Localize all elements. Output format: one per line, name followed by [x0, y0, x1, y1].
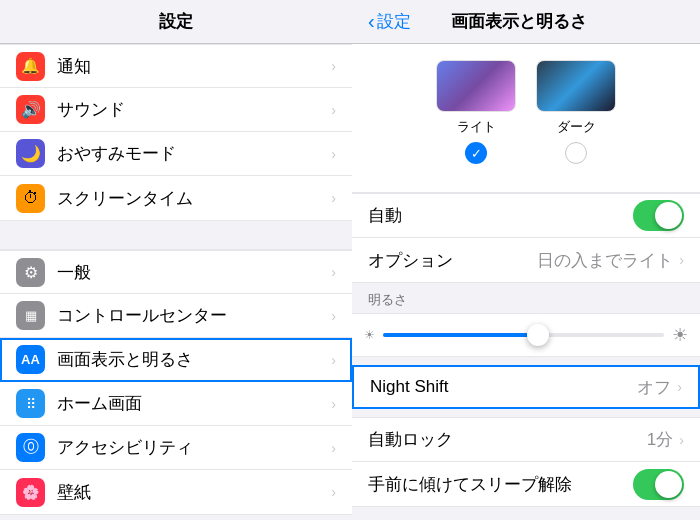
appearance-options: ライト ✓ ダーク [368, 60, 684, 164]
chevron-icon: › [331, 102, 336, 118]
sidebar-item-home[interactable]: ⠿ ホーム画面 › [0, 382, 352, 426]
chevron-icon: › [331, 352, 336, 368]
control-icon: ▦ [16, 301, 45, 330]
options-row[interactable]: オプション 日の入までライト › [352, 238, 700, 282]
brightness-high-icon: ☀ [672, 324, 688, 346]
sidebar-item-display[interactable]: AA 画面表示と明るさ › [0, 338, 352, 382]
notify-label: 通知 [57, 55, 331, 78]
left-header-title: 設定 [159, 10, 193, 33]
auto-label: 自動 [368, 204, 633, 227]
brightness-thumb [527, 324, 549, 346]
control-label: コントロールセンター [57, 304, 331, 327]
auto-lock-label: 自動ロック [368, 428, 647, 451]
brightness-fill [383, 333, 538, 337]
night-shift-row[interactable]: Night Shift オフ › [352, 365, 700, 409]
sidebar-item-screentime[interactable]: ⏱ スクリーンタイム › [0, 176, 352, 220]
toggle-thumb [655, 202, 682, 229]
sidebar-item-access[interactable]: ⓪ アクセシビリティ › [0, 426, 352, 470]
dnd-label: おやすみモード [57, 142, 331, 165]
sidebar-item-notify[interactable]: 🔔 通知 › [0, 44, 352, 88]
options-label: オプション [368, 249, 537, 272]
night-shift-label: Night Shift [370, 377, 637, 397]
right-panel: ‹ 設定 画面表示と明るさ ライト ✓ ダーク [352, 0, 700, 520]
home-label: ホーム画面 [57, 392, 331, 415]
sidebar-item-wallpaper[interactable]: 🌸 壁紙 › [0, 470, 352, 514]
left-list: 🔔 通知 › 🔊 サウンド › 🌙 おやすみモード › ⏱ スクリーンタイム › [0, 44, 352, 520]
appearance-dark[interactable]: ダーク [536, 60, 616, 164]
back-chevron-icon: ‹ [368, 10, 375, 33]
sound-icon: 🔊 [16, 95, 45, 124]
appearance-light[interactable]: ライト ✓ [436, 60, 516, 164]
wallpaper-label: 壁紙 [57, 481, 331, 504]
options-chevron-icon: › [679, 252, 684, 268]
right-header: ‹ 設定 画面表示と明るさ [352, 0, 700, 44]
chevron-icon: › [331, 146, 336, 162]
chevron-icon: › [331, 396, 336, 412]
raise-row[interactable]: 手前に傾けてスリープ解除 [352, 462, 700, 506]
light-check: ✓ [465, 142, 487, 164]
auto-lock-value: 1分 [647, 428, 673, 451]
screentime-label: スクリーンタイム [57, 187, 331, 210]
display-label: 画面表示と明るさ [57, 348, 331, 371]
general-icon: ⚙ [16, 258, 45, 287]
night-shift-value: オフ [637, 376, 671, 399]
right-header-title: 画面表示と明るさ [451, 10, 587, 33]
options-value: 日の入までライト [537, 249, 673, 272]
auto-row[interactable]: 自動 [352, 194, 700, 238]
dark-label: ダーク [557, 118, 596, 136]
light-thumbnail [436, 60, 516, 112]
night-shift-chevron-icon: › [677, 379, 682, 395]
section-divider [0, 221, 352, 249]
display-icon: AA [16, 345, 45, 374]
dnd-icon: 🌙 [16, 139, 45, 168]
sidebar-item-sound[interactable]: 🔊 サウンド › [0, 88, 352, 132]
appearance-section: ライト ✓ ダーク [352, 44, 700, 193]
sound-label: サウンド [57, 98, 331, 121]
chevron-icon: › [331, 58, 336, 74]
access-label: アクセシビリティ [57, 436, 331, 459]
sidebar-item-dnd[interactable]: 🌙 おやすみモード › [0, 132, 352, 176]
brightness-label: 明るさ [352, 283, 700, 313]
notify-icon: 🔔 [16, 52, 45, 81]
sidebar-item-general[interactable]: ⚙ 一般 › [0, 250, 352, 294]
back-label: 設定 [377, 10, 411, 33]
left-panel: 設定 🔔 通知 › 🔊 サウンド › 🌙 おやすみモード › ⏱ スクリーンタイ… [0, 0, 352, 520]
access-icon: ⓪ [16, 433, 45, 462]
auto-group: 自動 オプション 日の入までライト › [352, 193, 700, 283]
bottom-group: 自動ロック 1分 › 手前に傾けてスリープ解除 [352, 417, 700, 507]
brightness-slider[interactable] [383, 333, 664, 337]
light-label: ライト [457, 118, 496, 136]
chevron-icon: › [331, 440, 336, 456]
brightness-row[interactable]: ☀ ☀ [352, 313, 700, 357]
wallpaper-icon: 🌸 [16, 478, 45, 507]
chevron-icon: › [331, 308, 336, 324]
raise-toggle[interactable] [633, 469, 684, 500]
sidebar-item-control[interactable]: ▦ コントロールセンター › [0, 294, 352, 338]
section-gap [352, 409, 700, 417]
chevron-icon: › [331, 264, 336, 280]
right-content: ライト ✓ ダーク 自動 オプション 日の入までライト [352, 44, 700, 520]
general-label: 一般 [57, 261, 331, 284]
dark-thumbnail [536, 60, 616, 112]
raise-toggle-thumb [655, 471, 682, 498]
left-header: 設定 [0, 0, 352, 44]
chevron-icon: › [331, 190, 336, 206]
chevron-icon: › [331, 484, 336, 500]
screentime-icon: ⏱ [16, 184, 45, 213]
auto-toggle[interactable] [633, 200, 684, 231]
auto-lock-row[interactable]: 自動ロック 1分 › [352, 418, 700, 462]
back-button[interactable]: ‹ 設定 [368, 10, 411, 33]
dark-check [565, 142, 587, 164]
brightness-low-icon: ☀ [364, 328, 375, 342]
raise-label: 手前に傾けてスリープ解除 [368, 473, 633, 496]
home-icon: ⠿ [16, 389, 45, 418]
auto-lock-chevron-icon: › [679, 432, 684, 448]
